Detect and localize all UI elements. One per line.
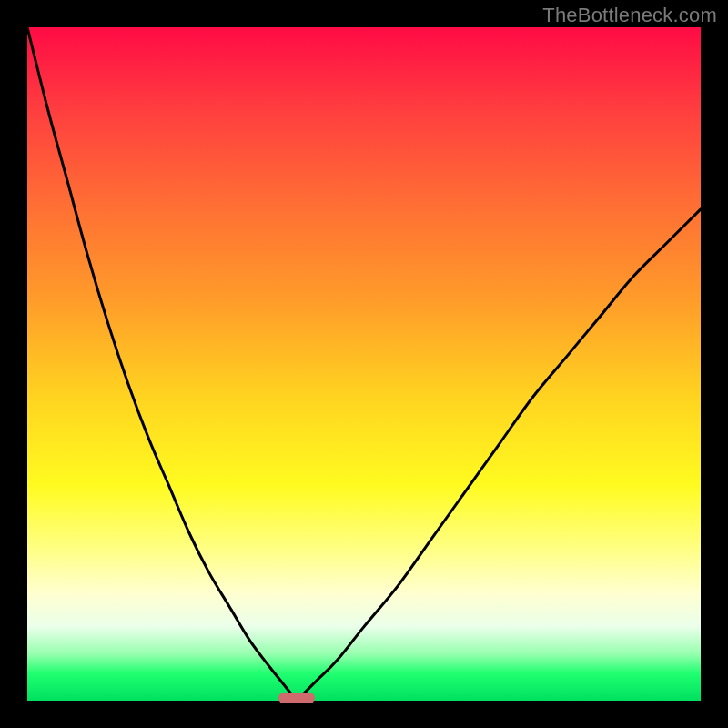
- chart-frame: TheBottleneck.com: [0, 0, 728, 728]
- curve-right-branch: [297, 209, 701, 701]
- curve-layer: [27, 27, 701, 701]
- bottleneck-marker: [278, 693, 316, 703]
- plot-area: [27, 27, 701, 701]
- watermark-text: TheBottleneck.com: [542, 4, 717, 27]
- curve-left-branch: [27, 27, 297, 701]
